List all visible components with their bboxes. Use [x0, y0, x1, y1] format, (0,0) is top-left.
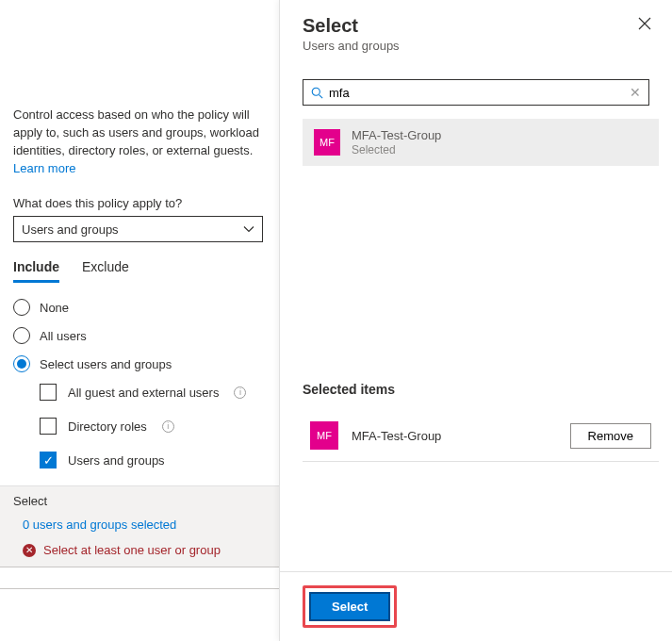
selected-items-header: Selected items: [303, 382, 659, 397]
subscope-checkboxes: All guest and external users i Directory…: [40, 384, 266, 468]
radio-none[interactable]: None: [13, 299, 266, 316]
include-exclude-tabs: Include Exclude: [13, 259, 266, 284]
radio-select-label: Select users and groups: [40, 357, 172, 371]
checkbox-guest-label: All guest and external users: [68, 386, 219, 400]
selected-item-name: MFA-Test-Group: [352, 429, 557, 443]
policy-question-label: What does this policy apply to?: [13, 196, 266, 210]
result-item[interactable]: MF MFA-Test-Group Selected: [303, 119, 659, 166]
radio-all-users[interactable]: All users: [13, 327, 266, 344]
checkbox-guest-users[interactable]: All guest and external users i: [40, 384, 266, 401]
radio-none-label: None: [40, 301, 69, 315]
tab-exclude[interactable]: Exclude: [82, 259, 129, 283]
policy-scope-dropdown[interactable]: Users and groups: [13, 216, 263, 242]
divider: [0, 588, 279, 589]
checkbox-users-groups[interactable]: ✓ Users and groups: [40, 452, 266, 468]
search-box[interactable]: ✕: [303, 79, 649, 106]
checkbox-icon: [40, 384, 57, 401]
radio-all-label: All users: [40, 329, 87, 343]
result-name: MFA-Test-Group: [352, 128, 441, 142]
learn-more-link[interactable]: Learn more: [13, 161, 75, 175]
description-body: Control access based on who the policy w…: [13, 107, 259, 157]
close-button[interactable]: [638, 17, 651, 33]
description-text: Control access based on who the policy w…: [13, 107, 266, 177]
svg-point-0: [312, 88, 320, 95]
select-summary-section: Select 0 users and groups selected ✕ Sel…: [0, 485, 279, 567]
radio-icon: [13, 327, 30, 344]
search-input[interactable]: [329, 86, 624, 100]
remove-button[interactable]: Remove: [570, 423, 651, 449]
selected-items-section: Selected items MF MFA-Test-Group Remove: [303, 382, 659, 462]
checkbox-users-label: Users and groups: [68, 453, 165, 468]
avatar: MF: [310, 421, 338, 450]
svg-line-1: [320, 94, 323, 98]
avatar: MF: [314, 129, 340, 156]
panel-subtitle: Users and groups: [303, 39, 649, 53]
panel-title: Select: [303, 15, 649, 37]
tutorial-highlight: Select: [303, 585, 397, 628]
search-results: MF MFA-Test-Group Selected: [303, 119, 659, 166]
tab-include[interactable]: Include: [13, 259, 59, 283]
info-icon[interactable]: i: [234, 386, 246, 399]
selected-item-row: MF MFA-Test-Group Remove: [303, 410, 659, 462]
close-icon: [638, 17, 651, 30]
select-count-link[interactable]: 0 users and groups selected: [13, 518, 266, 532]
select-confirm-button[interactable]: Select: [309, 592, 390, 621]
select-summary-header: Select: [13, 494, 266, 508]
panel-footer: Select: [280, 571, 672, 641]
scope-radio-group: None All users Select users and groups: [13, 299, 266, 372]
checkbox-roles-label: Directory roles: [68, 419, 147, 434]
radio-icon-selected: [13, 355, 30, 372]
dropdown-value: Users and groups: [22, 222, 119, 237]
error-icon: ✕: [23, 544, 36, 557]
left-config-panel: Control access based on who the policy w…: [0, 0, 279, 641]
radio-select-users[interactable]: Select users and groups: [13, 355, 266, 372]
clear-search-button[interactable]: ✕: [630, 85, 641, 100]
checkbox-icon-checked: ✓: [40, 452, 57, 468]
result-state: Selected: [352, 143, 441, 156]
select-flyout-panel: Select Users and groups ✕ MF MFA-Test-Gr…: [279, 0, 672, 641]
panel-header: Select Users and groups: [280, 0, 672, 60]
search-icon: [311, 87, 323, 99]
error-text: Select at least one user or group: [43, 543, 221, 557]
checkbox-icon: [40, 418, 57, 435]
checkbox-directory-roles[interactable]: Directory roles i: [40, 418, 266, 435]
validation-error: ✕ Select at least one user or group: [13, 543, 266, 557]
result-text: MFA-Test-Group Selected: [352, 128, 441, 156]
radio-icon: [13, 299, 30, 316]
info-icon[interactable]: i: [162, 420, 174, 433]
chevron-down-icon: [243, 223, 254, 235]
